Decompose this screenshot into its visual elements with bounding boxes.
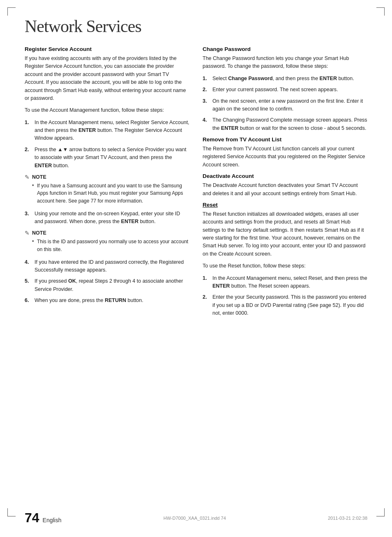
- footer-file: HW-D7000_XAA_0321.indd 74: [164, 516, 226, 521]
- register-step-5: 5. If you pressed OK, repeat Steps 2 thr…: [25, 277, 189, 293]
- enter-reset-bold-1: ENTER: [212, 283, 230, 289]
- page-title: Network Services: [25, 16, 367, 36]
- register-step-1: 1. In the Account Management menu, selec…: [25, 119, 189, 143]
- note-items-1: If you have a Samsung account and you wa…: [25, 182, 189, 205]
- step-num-5: 5.: [25, 277, 32, 293]
- remove-tv-account-section: Remove from TV Account List The Remove f…: [203, 136, 367, 169]
- note-icon-2: ✎: [25, 230, 30, 236]
- reset-step-2: 2. Enter the your Security password. Thi…: [203, 293, 367, 317]
- cp-step-2: 2. Enter your current password. The next…: [203, 86, 367, 94]
- register-steps-2: 3. Using your remote and the on-screen K…: [25, 210, 189, 226]
- change-password-heading: Change Password: [203, 46, 367, 52]
- corner-mark-top-left: [7, 7, 16, 16]
- cp-step-num-2: 2.: [203, 86, 210, 94]
- deactivate-account-text: The Deactivate Account function deactiva…: [203, 182, 367, 198]
- step-num-6: 6.: [25, 297, 32, 304]
- note-items-2: This is the ID and password you normally…: [25, 238, 189, 253]
- note-icon-1: ✎: [25, 174, 30, 180]
- step-content-4: If you have entered the ID and password …: [35, 258, 189, 274]
- reset-to-use-text: To use the Reset function, follow these …: [203, 262, 367, 270]
- note-block-2: ✎ NOTE This is the ID and password you n…: [25, 230, 189, 253]
- register-step-2: 2. Press the ▲▼ arrow buttons to select …: [25, 146, 189, 170]
- page-language: English: [43, 517, 62, 523]
- step-num-4: 4.: [25, 258, 32, 274]
- reset-step-num-1: 1.: [203, 274, 210, 290]
- step-num-3: 3.: [25, 210, 32, 226]
- deactivate-account-section: Deactivate Account The Deactivate Accoun…: [203, 173, 367, 198]
- step-content-6: When you are done, press the RETURN butt…: [35, 297, 189, 304]
- corner-mark-bottom-left: [7, 508, 16, 516]
- cp-step-num-4: 4.: [203, 116, 210, 132]
- register-service-account-heading: Register Service Account: [25, 46, 189, 52]
- left-column: Register Service Account If you have exi…: [25, 46, 189, 321]
- register-to-use-text: To use the Account Management function, …: [25, 106, 189, 114]
- return-bold: RETURN: [105, 297, 126, 303]
- note-header-1: ✎ NOTE: [25, 174, 189, 180]
- register-step-3: 3. Using your remote and the on-screen K…: [25, 210, 189, 226]
- cp-step-num-1: 1.: [203, 75, 210, 83]
- remove-tv-account-text: The Remove from TV Account List function…: [203, 145, 367, 169]
- right-column: Change Password The Change Password func…: [203, 46, 367, 321]
- change-password-bold: Change Password: [228, 76, 272, 81]
- cp-step-content-3: On the next screen, enter a new password…: [212, 97, 367, 113]
- register-service-account-intro: If you have existing accounts with any o…: [25, 55, 189, 102]
- page-num-block: 74 English: [25, 510, 62, 525]
- cp-step-num-3: 3.: [203, 97, 210, 113]
- cp-step-content-1: Select Change Password, and then press t…: [212, 75, 367, 83]
- cp-step-1: 1. Select Change Password, and then pres…: [203, 75, 367, 83]
- reset-section: Reset The Reset function initializes all…: [203, 202, 367, 318]
- change-password-steps: 1. Select Change Password, and then pres…: [203, 75, 367, 132]
- deactivate-account-heading: Deactivate Account: [203, 173, 367, 179]
- register-service-account-section: Register Service Account If you have exi…: [25, 46, 189, 304]
- enter-bold-3: ENTER: [121, 219, 138, 224]
- corner-mark-top-right: [376, 7, 385, 16]
- register-steps-1: 1. In the Account Management menu, selec…: [25, 119, 189, 170]
- ok-bold: OK: [68, 278, 76, 284]
- reset-step-1: 1. In the Account Management menu, selec…: [203, 274, 367, 290]
- cp-step-3: 3. On the next screen, enter a new passw…: [203, 97, 367, 113]
- cp-step-4: 4. The Changing Password Complete messag…: [203, 116, 367, 132]
- step-num-1: 1.: [25, 119, 32, 143]
- step-content-5: If you pressed OK, repeat Steps 2 throug…: [35, 277, 189, 293]
- note-block-1: ✎ NOTE If you have a Samsung account and…: [25, 174, 189, 205]
- cp-step-content-4: The Changing Password Complete message s…: [212, 116, 367, 132]
- step-content-1: In the Account Management menu, select R…: [35, 119, 189, 143]
- register-steps-3: 4. If you have entered the ID and passwo…: [25, 258, 189, 305]
- reset-step-content-2: Enter the your Security password. This i…: [212, 293, 367, 317]
- reset-step-content-1: In the Account Management menu, select R…: [212, 274, 367, 290]
- register-step-6: 6. When you are done, press the RETURN b…: [25, 297, 189, 304]
- note-item-2-1: This is the ID and password you normally…: [32, 238, 189, 253]
- step-content-3: Using your remote and the on-screen Keyp…: [35, 210, 189, 226]
- reset-step-num-2: 2.: [203, 293, 210, 317]
- enter-bold-2: ENTER: [35, 163, 52, 168]
- cp-step-content-2: Enter your current password. The next sc…: [212, 86, 367, 94]
- reset-intro: The Reset function initializes all downl…: [203, 210, 367, 258]
- reset-heading: Reset: [203, 202, 367, 208]
- content-columns: Register Service Account If you have exi…: [25, 46, 367, 321]
- remove-tv-account-heading: Remove from TV Account List: [203, 136, 367, 143]
- page-number: 74: [25, 510, 39, 525]
- footer-date: 2011-03-21 2:02:38: [328, 516, 367, 521]
- corner-mark-bottom-right: [376, 508, 385, 516]
- step-content-2: Press the ▲▼ arrow buttons to select a S…: [35, 146, 189, 170]
- step-num-2: 2.: [25, 146, 32, 170]
- register-step-4: 4. If you have entered the ID and passwo…: [25, 258, 189, 274]
- note-label-2: NOTE: [32, 230, 46, 236]
- enter-bold-1: ENTER: [78, 127, 96, 133]
- note-item-1-1: If you have a Samsung account and you wa…: [32, 182, 189, 205]
- reset-steps: 1. In the Account Management menu, selec…: [203, 274, 367, 318]
- note-label-1: NOTE: [32, 174, 46, 180]
- page-footer: 74 English HW-D7000_XAA_0321.indd 74 201…: [25, 510, 367, 525]
- page: Network Services Register Service Accoun…: [0, 0, 392, 537]
- change-password-section: Change Password The Change Password func…: [203, 46, 367, 132]
- change-password-intro: The Change Password function lets you ch…: [203, 55, 367, 71]
- enter-cp-bold: ENTER: [320, 76, 337, 81]
- note-header-2: ✎ NOTE: [25, 230, 189, 236]
- enter-cp-bold-4: ENTER: [221, 125, 238, 131]
